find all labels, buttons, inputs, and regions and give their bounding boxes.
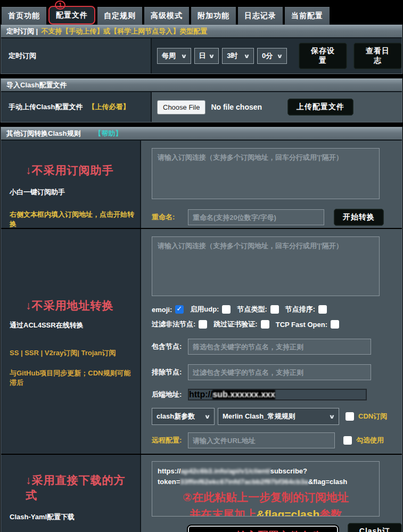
import-row-controls: Choose File No file chosen 上传配置文件 — [152, 92, 402, 122]
url-prefix: https:// — [158, 467, 180, 475]
option-node-sort-label: 节点排序: — [285, 305, 315, 314]
tab-logs[interactable]: 日志记录 — [238, 7, 283, 24]
url-token-label: token= — [158, 478, 180, 486]
node-sort-checkbox[interactable] — [318, 305, 327, 314]
backend-address-input[interactable]: http://sub.xxxxxx.xxx — [188, 389, 367, 400]
node-type-checkbox[interactable] — [270, 305, 279, 314]
online-left-panel: ↓不采用地址转换 通过ACL4SSR在线转换 SS | SSR | V2ray订… — [1, 229, 141, 454]
remote-config-input[interactable] — [188, 432, 335, 448]
backend-address-label: 后端地址: — [152, 390, 188, 399]
note2-pre: 并在末尾加上 — [190, 508, 257, 517]
option-node-type: 节点类型: — [237, 305, 283, 314]
online-line2: SS | SSR | V2ray订阅| Trojan订阅 — [10, 348, 136, 358]
subscription-url-line1: https://ap42c6b3.info/api/v1/client/subs… — [158, 466, 374, 477]
chevron-down-icon — [328, 413, 335, 420]
tab-advanced-mode[interactable]: 高级模式 — [144, 7, 189, 24]
option-udp-label: 启用udp: — [190, 305, 219, 314]
block-direct-download: ↓采用直接下载的方式 Clash-Yaml配置下载 Clash专用订阅 | AC… — [1, 455, 402, 532]
subscription-url-line2: token=33ffinf62ekc67infd7acbb2f97bf364cb… — [158, 477, 374, 487]
annotation-step1-badge: 1 — [55, 1, 65, 10]
clash-param-select[interactable]: clash新参数 — [152, 408, 215, 425]
chevron-down-icon — [208, 53, 215, 60]
section-schedule: 定时订阅 | 不支持【手动上传】或【科学上网节点导入】类型配置 定时订阅 每周 … — [1, 24, 402, 74]
helper-right-panel: 重命名: 开始转换 — [141, 141, 402, 228]
schedule-row-label: 定时订阅 — [1, 38, 152, 73]
filter-illegal-checkbox[interactable] — [199, 320, 207, 329]
option-emoji: emoji: — [152, 305, 188, 314]
choose-file-button[interactable]: Choose File — [157, 100, 205, 114]
view-log-button[interactable]: 查看日志 — [353, 43, 402, 69]
udp-checkbox[interactable] — [222, 305, 231, 314]
schedule-minute-select[interactable]: 0分 — [257, 48, 287, 64]
schedule-header-title: 定时订阅 | — [6, 27, 38, 36]
schedule-hour-value: 3时 — [227, 51, 237, 61]
tab-config-file[interactable]: 配置文件 — [48, 6, 95, 24]
save-settings-button[interactable]: 保存设置 — [299, 43, 347, 69]
direct-line1: Clash-Yaml配置下载 — [10, 512, 136, 522]
schedule-day-select[interactable]: 日 — [194, 48, 219, 64]
block-online-convert: ↓不采用地址转换 通过ACL4SSR在线转换 SS | SSR | V2ray订… — [1, 229, 402, 455]
import-row-label-cell: 手动上传Clash配置文件 【上传必看】 — [1, 92, 152, 122]
tab-home[interactable]: 首页功能 — [2, 7, 46, 24]
rule-template-value: Merlin Clash_常规规则 — [223, 412, 295, 421]
helper-convert-button[interactable]: 开始转换 — [334, 209, 384, 226]
section-gap — [0, 122, 403, 127]
exclude-node-input[interactable] — [188, 364, 371, 380]
url-flag-suffix: &flag=clash — [308, 478, 347, 486]
tab-current-config[interactable]: 当前配置 — [285, 7, 330, 24]
chevron-down-icon — [243, 53, 250, 60]
annotation-step2-line1: ②在此粘贴上一步复制的订阅地址 — [158, 489, 374, 506]
schedule-row-controls: 每周 日 3时 0分 保存设置 查看日志 — [152, 38, 402, 73]
online-subscription-textarea[interactable] — [152, 236, 380, 296]
option-udp: 启用udp: — [190, 305, 235, 314]
convert-help-link[interactable]: 【帮助】 — [94, 129, 122, 138]
rule-template-select[interactable]: Merlin Clash_常规规则 — [218, 408, 339, 425]
import-header-title: 导入Clash配置文件 — [6, 80, 67, 90]
import-row: 手动上传Clash配置文件 【上传必看】 Choose File No file… — [1, 92, 402, 122]
block-subscription-helper: ↓不采用订阅助手 小白一键订阅助手 右侧文本框内填入订阅地址，点击开始转换 重命… — [1, 141, 402, 229]
direct-annotation-title: ↓采用直接下载的方式 — [26, 473, 136, 503]
option-skip-cert-label: 跳过证书验证: — [213, 320, 257, 329]
upload-config-button[interactable]: 上传配置文件 — [287, 99, 353, 116]
option-emoji-label: emoji: — [152, 306, 172, 314]
schedule-hour-select[interactable]: 3时 — [222, 48, 254, 64]
helper-subscription-textarea[interactable] — [152, 148, 380, 199]
section-convert: 其他订阅转换Clash规则 【帮助】 ↓不采用订阅助手 小白一键订阅助手 右侧文… — [1, 127, 402, 532]
chevron-down-icon — [276, 53, 283, 60]
option-skip-cert: 跳过证书验证: — [213, 320, 273, 329]
section-convert-header: 其他订阅转换Clash规则 【帮助】 — [1, 127, 402, 141]
tab-custom-rules[interactable]: 自定规则 — [97, 7, 142, 24]
skip-cert-checkbox[interactable] — [261, 320, 269, 329]
option-filter-illegal-label: 过滤非法节点: — [152, 320, 195, 329]
section-import: 导入Clash配置文件 手动上传Clash配置文件 【上传必看】 Choose … — [1, 78, 402, 122]
online-right-panel: emoji: 启用udp: 节点类型: 节点排序: 过滤非法节点: — [141, 229, 402, 454]
schedule-row: 定时订阅 每周 日 3时 0分 保存设置 查看日志 — [1, 38, 402, 73]
option-tcp-fast-open-label: TCP Fast Open: — [276, 321, 327, 329]
online-line1: 通过ACL4SSR在线转换 — [10, 321, 136, 330]
top-tabbar: 1 首页功能 配置文件 自定规则 高级模式 附加功能 日志记录 当前配置 — [0, 0, 403, 24]
backend-address-prefix: http:// — [189, 390, 212, 399]
helper-line2: 右侧文本框内填入订阅地址，点击开始转换 — [10, 210, 136, 229]
chevron-down-icon — [204, 413, 211, 420]
clash-param-value: clash新参数 — [157, 412, 195, 421]
convert-header-title: 其他订阅转换Clash规则 — [6, 129, 80, 138]
tab-addons[interactable]: 附加功能 — [191, 7, 236, 24]
clash-subscribe-button[interactable]: Clash订阅 — [348, 523, 402, 532]
direct-left-panel: ↓采用直接下载的方式 Clash-Yaml配置下载 Clash专用订阅 | AC… — [1, 455, 141, 532]
include-node-label: 包含节点: — [152, 342, 188, 351]
direct-subscription-textarea[interactable]: https://ap42c6b3.info/api/v1/client/subs… — [152, 461, 380, 517]
note2-post: 参数 — [319, 508, 342, 517]
tcp-fast-open-checkbox[interactable] — [331, 320, 339, 329]
chevron-down-icon — [180, 53, 187, 60]
schedule-frequency-select[interactable]: 每周 — [157, 48, 191, 64]
helper-rename-input[interactable] — [188, 209, 324, 225]
schedule-frequency-value: 每周 — [162, 51, 176, 61]
option-node-sort: 节点排序: — [285, 305, 331, 314]
include-node-input[interactable] — [188, 339, 371, 355]
remote-use-checkbox[interactable] — [343, 436, 352, 445]
direct-rename-input[interactable]: xxxxxxx ③输入配置文件名称 — [188, 526, 338, 532]
url-redacted-host: ap42c6b3.info/api/v1/client/ — [180, 467, 270, 475]
emoji-checkbox[interactable] — [175, 305, 184, 314]
cdn-subscribe-checkbox[interactable] — [346, 412, 354, 421]
import-row-hint: 【上传必看】 — [88, 102, 129, 112]
